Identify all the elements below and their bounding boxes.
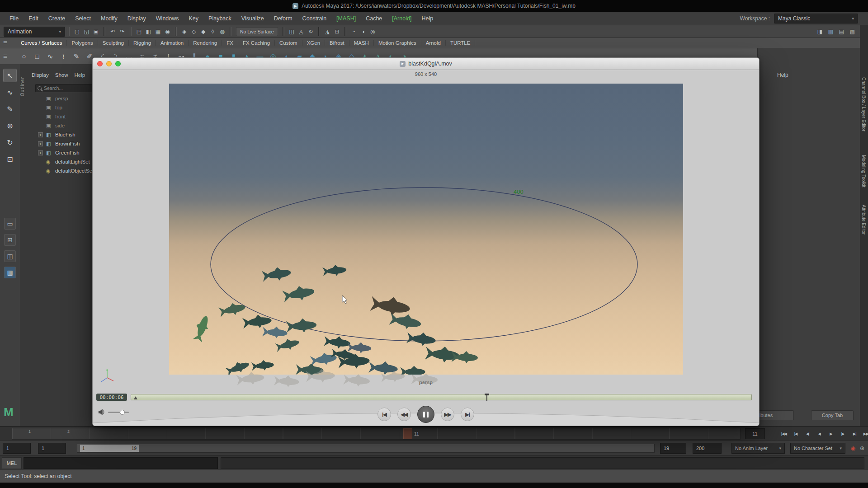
menu-constrain[interactable]: Constrain <box>297 15 332 22</box>
paint-select-tool[interactable]: ✎ <box>3 102 17 116</box>
playback-end-field[interactable]: 19 <box>660 443 686 454</box>
sidebar-tab-attribute-editor[interactable]: Attribute Editor <box>861 205 866 235</box>
outliner-item-greenfish[interactable]: +◧GreenFish <box>20 148 92 157</box>
animation-end-field[interactable]: 200 <box>693 443 722 454</box>
menu-cache[interactable]: Cache <box>361 15 387 22</box>
ep-curve-tool-icon[interactable]: ≀ <box>57 51 69 62</box>
menu-key[interactable]: Key <box>184 15 204 22</box>
movie-player-window[interactable]: ▶ blastKdQglA.mov 960 x 540 400 persp 00… <box>92 57 760 426</box>
menu-deform[interactable]: Deform <box>269 15 297 22</box>
menu-playback[interactable]: Playback <box>203 15 236 22</box>
shelf-tab-bifrost[interactable]: Bifrost <box>325 40 349 46</box>
outliner-item-defaultobjectset[interactable]: ◉defaultObjectSet <box>20 166 92 175</box>
menu-mash[interactable]: [MASH] <box>331 15 361 22</box>
menu-visualize[interactable]: Visualize <box>236 15 269 22</box>
transform-constraint-icon[interactable]: ⊞ <box>332 27 342 36</box>
animation-preferences-icon[interactable]: ⊛ <box>858 444 866 452</box>
outliner-item-persp[interactable]: ▣persp <box>20 94 92 103</box>
play-backwards-button[interactable]: ◀ <box>814 429 825 439</box>
shelf-tab-animation[interactable]: Animation <box>156 40 189 46</box>
zoom-button[interactable] <box>115 61 121 66</box>
workspace-select[interactable]: Maya Classic ▾ <box>774 14 858 23</box>
menu-set-select[interactable]: Animation ▾ <box>4 27 65 37</box>
shelf-tab-mash[interactable]: MASH <box>349 40 374 46</box>
live-surface-field[interactable]: No Live Surface <box>236 27 278 36</box>
minimize-button[interactable] <box>106 61 112 66</box>
toggle-tool-settings-icon[interactable]: ▥ <box>826 27 835 36</box>
movie-scrub-track[interactable] <box>131 394 752 400</box>
go-to-end-button[interactable]: ▶| <box>461 408 474 421</box>
expand-icon[interactable]: + <box>38 141 43 146</box>
character-set-select[interactable]: No Character Set ▾ <box>790 443 845 454</box>
render-view-icon[interactable]: ◔ <box>349 27 359 36</box>
go-to-start-button[interactable]: |◀ <box>377 408 391 421</box>
input-connections-icon[interactable]: ◫ <box>287 27 297 36</box>
expand-icon[interactable]: + <box>38 132 43 137</box>
current-frame-field[interactable]: 11 <box>745 428 765 439</box>
select-component-icon[interactable]: ▦ <box>153 27 163 36</box>
render-settings-icon[interactable]: ◎ <box>368 27 377 36</box>
outliner-search-input[interactable]: Search... <box>35 84 93 92</box>
nurbs-square-icon[interactable]: □ <box>31 51 43 62</box>
menu-select[interactable]: Select <box>70 15 96 22</box>
menu-windows[interactable]: Windows <box>151 15 184 22</box>
shelf-tab-sculpting[interactable]: Sculpting <box>98 40 129 46</box>
shelf-tab-motion-graphics[interactable]: Motion Graphics <box>374 40 421 46</box>
menu-modify[interactable]: Modify <box>96 15 123 22</box>
rewind-button[interactable]: ◀◀ <box>397 408 411 421</box>
attribute-editor-help-menu[interactable]: Help <box>777 72 788 78</box>
fast-forward-button[interactable]: ▶▶ <box>441 408 454 421</box>
outliner-item-top[interactable]: ▣top <box>20 103 92 112</box>
outliner-menu-display[interactable]: Display <box>32 72 49 78</box>
shelf-tab-arnold[interactable]: Arnold <box>421 40 446 46</box>
tab-copy-tab[interactable]: Copy Tab <box>811 410 854 420</box>
menu-create[interactable]: Create <box>43 15 71 22</box>
snap-plane-icon[interactable]: ◊ <box>208 27 217 36</box>
anim-layer-select[interactable]: No Anim Layer ▾ <box>731 443 785 454</box>
close-button[interactable] <box>97 61 103 66</box>
menu-help[interactable]: Help <box>416 15 438 22</box>
menu-display[interactable]: Display <box>123 15 151 22</box>
snap-surface-icon[interactable]: ◍ <box>217 27 227 36</box>
nurbs-circle-icon[interactable]: ○ <box>18 51 30 62</box>
layout-persp-outliner[interactable]: ◫ <box>4 250 16 262</box>
shelf-menu-icon[interactable]: ☰ <box>3 40 7 45</box>
shelf-tab-turtle[interactable]: TURTLE <box>446 40 476 46</box>
cv-curve-tool-icon[interactable]: ∿ <box>44 51 56 62</box>
outliner-item-front[interactable]: ▣front <box>20 112 92 121</box>
outliner-menu-help[interactable]: Help <box>75 72 85 78</box>
toggle-channel-box-icon[interactable]: ▤ <box>837 27 846 36</box>
play-forwards-button[interactable]: ▶ <box>826 429 836 439</box>
scale-tool[interactable]: ⊡ <box>3 152 17 166</box>
step-back-frame-button[interactable]: |◀ <box>790 429 801 439</box>
menu-edit[interactable]: Edit <box>24 15 43 22</box>
lasso-select-tool[interactable]: ∿ <box>3 85 17 99</box>
snap-point-icon[interactable]: ◆ <box>198 27 208 36</box>
shelf-tab-polygons[interactable]: Polygons <box>67 40 98 46</box>
redo-icon[interactable]: ↷ <box>118 27 127 36</box>
sidebar-tab-channel-box-layer-editor[interactable]: Channel Box / Layer Editor <box>861 77 866 131</box>
outliner-item-defaultlightset[interactable]: ◉defaultLightSet <box>20 157 92 166</box>
symmetry-icon[interactable]: ◮ <box>323 27 332 36</box>
rotate-tool[interactable]: ↻ <box>3 136 17 149</box>
step-forward-key-button[interactable]: |▶ <box>837 429 848 439</box>
select-object-icon[interactable]: ◧ <box>144 27 153 36</box>
playback-start-field[interactable]: 1 <box>38 443 66 454</box>
mel-toggle-button[interactable]: MEL <box>2 457 22 469</box>
shelf-tab-rigging[interactable]: Rigging <box>129 40 156 46</box>
playhead-marker[interactable] <box>485 394 489 395</box>
sidebar-tab-modeling-toolkit[interactable]: Modeling Toolkit <box>861 155 866 188</box>
outliner-item-bluefish[interactable]: +◧BlueFish <box>20 130 92 139</box>
bezier-curve-tool-icon[interactable]: ✎ <box>71 51 82 62</box>
current-frame-marker[interactable] <box>403 428 412 439</box>
outliner-menu-show[interactable]: Show <box>55 72 68 78</box>
shelf-tab-curves-surfaces[interactable]: Curves / Surfaces <box>16 40 67 46</box>
toggle-attribute-editor-icon[interactable]: ◨ <box>815 27 825 36</box>
shelf-tab-custom[interactable]: Custom <box>275 40 302 46</box>
menu-file[interactable]: File <box>5 15 24 22</box>
auto-keyframe-icon[interactable]: ◉ <box>849 444 857 452</box>
scrub-marker-icon[interactable] <box>134 396 137 399</box>
snap-grid-icon[interactable]: ◈ <box>179 27 189 36</box>
shelf-tab-fx-caching[interactable]: FX Caching <box>238 40 275 46</box>
outliner-item-brownfish[interactable]: +◧BrownFish <box>20 139 92 148</box>
